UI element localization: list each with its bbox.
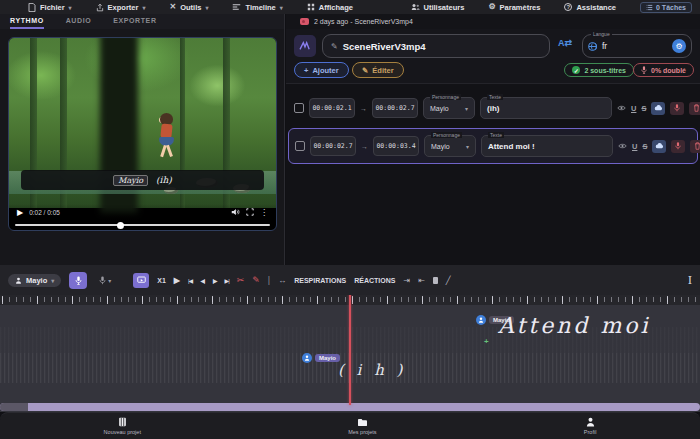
menu-fichier[interactable]: Fichier ▾: [28, 3, 72, 12]
tab-audio[interactable]: AUDIO: [66, 17, 92, 29]
speed-button[interactable]: X1: [157, 277, 166, 284]
record-mic-button[interactable]: [671, 140, 685, 153]
eye-icon[interactable]: [618, 143, 627, 149]
language-settings-button[interactable]: ⚙: [672, 39, 686, 53]
text-input[interactable]: Texte (ih): [480, 97, 612, 119]
tab-rythmo[interactable]: RYTHMO: [10, 17, 44, 29]
trash-button[interactable]: [690, 140, 700, 153]
slash-tool-icon[interactable]: ╱: [446, 276, 451, 285]
avatar: [476, 315, 486, 325]
respirations-button[interactable]: RESPIRATIONS: [294, 277, 346, 284]
eye-icon[interactable]: [617, 105, 626, 111]
character-dropdown[interactable]: Mayio ▾: [8, 274, 61, 287]
menu-affichage[interactable]: Affichage: [307, 3, 353, 12]
rythmo-text-attend-moi[interactable]: Attend moi: [498, 313, 651, 338]
tab-exporter[interactable]: EXPORTER: [113, 17, 156, 29]
subtitle-row[interactable]: 00:00:02.1 → 00:00:02.7 Personnage Mayio…: [288, 90, 698, 126]
record-button[interactable]: [69, 272, 87, 289]
nav-label: Nouveau projet: [104, 429, 141, 435]
menu-timeline[interactable]: Timeline ▾: [232, 3, 282, 12]
volume-icon[interactable]: [231, 208, 240, 216]
nav-label: Profil: [584, 429, 597, 435]
nav-mes-projets[interactable]: Mes projets: [348, 418, 376, 435]
step-back-button[interactable]: ◀|: [200, 277, 204, 284]
clip-speaker-chip[interactable]: Mayio: [302, 353, 340, 363]
skip-start-button[interactable]: |◀: [188, 277, 192, 284]
mic-source-selector[interactable]: ▾: [99, 276, 111, 285]
chevron-down-icon: ▾: [465, 105, 468, 112]
chevron-down-icon: ▾: [51, 277, 54, 284]
tasks-label: 0 Tâches: [656, 4, 686, 11]
character-value: Mayio: [430, 105, 449, 112]
text-input[interactable]: Texte Attend moi !: [481, 135, 613, 157]
trash-button[interactable]: [689, 102, 700, 115]
language-selector[interactable]: Langue fr ⚙: [582, 34, 692, 58]
waveform-brand-icon[interactable]: [294, 35, 316, 57]
snap-back-icon[interactable]: ⇤: [418, 276, 425, 285]
character-select[interactable]: Personnage Mayio ▾: [424, 135, 476, 157]
tasks-button[interactable]: 0 Tâches: [640, 2, 692, 13]
gear-icon: ⚙: [488, 3, 495, 11]
row-checkbox[interactable]: [295, 141, 305, 151]
skip-end-button[interactable]: ▶|: [225, 277, 229, 284]
play-button[interactable]: ▶: [174, 276, 180, 285]
end-time-field[interactable]: 00:00:03.4: [373, 136, 419, 156]
nav-nouveau-projet[interactable]: Nouveau projet: [104, 417, 141, 435]
menu-parametres[interactable]: ⚙ Paramètres: [488, 3, 540, 12]
edit-pencil-icon: ✎: [331, 42, 338, 51]
breadcrumb: 2 days ago - SceneRiverV3mp4: [286, 14, 700, 29]
menu-assistance[interactable]: ? Assistance: [564, 3, 616, 12]
playhead[interactable]: [349, 295, 351, 405]
timeline-icon: [232, 3, 241, 11]
stretch-button[interactable]: ↔: [278, 276, 286, 285]
text-cursor-icon[interactable]: I: [688, 274, 692, 287]
strikethrough-button[interactable]: S: [642, 142, 647, 151]
record-mic-button[interactable]: [670, 102, 684, 115]
text-field-label: Texte: [488, 132, 504, 138]
nav-profil[interactable]: Profil: [584, 417, 597, 435]
chevron-down-icon: ▾: [466, 143, 469, 150]
menu-exporter[interactable]: Exporter ▾: [96, 3, 146, 12]
reactions-button[interactable]: RÉACTIONS: [354, 277, 395, 284]
auto-scroll-button[interactable]: [133, 273, 149, 288]
underline-button[interactable]: U: [632, 142, 637, 151]
insert-plus-icon[interactable]: +: [484, 337, 489, 346]
subtitle-row-selected[interactable]: 00:00:02.7 → 00:00:03.4 Personnage Mayio…: [288, 128, 698, 164]
edit-subtitle-button[interactable]: ✎ Éditer: [352, 62, 404, 78]
draw-pen-button[interactable]: ✎: [252, 275, 260, 285]
nav-label: Mes projets: [348, 429, 376, 435]
kebab-menu-icon[interactable]: ⋮: [260, 208, 268, 217]
play-button[interactable]: ▶: [17, 208, 23, 217]
underline-button[interactable]: U: [631, 104, 636, 113]
globe-icon: [588, 42, 597, 51]
character-field-label: Personnage: [431, 132, 462, 138]
start-time-field[interactable]: 00:00:02.1: [309, 98, 355, 118]
step-forward-button[interactable]: |▶: [212, 277, 216, 284]
snap-forward-icon[interactable]: ⇥: [403, 276, 410, 285]
progress-thumb[interactable]: [117, 222, 124, 229]
block-tool-icon[interactable]: [433, 277, 438, 284]
add-subtitle-button[interactable]: + Ajouter: [294, 62, 349, 78]
fullscreen-icon[interactable]: [246, 208, 254, 216]
project-title-input[interactable]: ✎ SceneRiverV3mp4: [322, 34, 550, 58]
rythmo-timeline[interactable]: Mayio Attend moi + Mayio ( i h ): [0, 295, 700, 412]
character-select[interactable]: Personnage Mayio ▾: [423, 97, 475, 119]
start-time-field[interactable]: 00:00:02.7: [310, 136, 356, 156]
strikethrough-button[interactable]: S: [641, 104, 646, 113]
cut-scissors-button[interactable]: ✂: [237, 275, 245, 285]
translate-icon[interactable]: A⇄: [558, 38, 572, 48]
text-value: Attend moi !: [488, 142, 535, 151]
ai-voice-button[interactable]: [652, 140, 666, 153]
chevron-down-icon: ▾: [280, 4, 283, 11]
progress-bar[interactable]: [15, 224, 270, 226]
menu-outils[interactable]: ✕ Outils ▾: [169, 3, 208, 12]
ai-voice-button[interactable]: [651, 102, 665, 115]
menu-utilisateurs[interactable]: Utilisateurs: [411, 3, 465, 12]
player-controls: ▶ 0:02 / 0:05 ⋮: [9, 204, 276, 220]
row-checkbox[interactable]: [294, 103, 304, 113]
text-field-label: Texte: [487, 94, 503, 100]
list-icon: [646, 4, 653, 11]
end-time-field[interactable]: 00:00:02.7: [372, 98, 418, 118]
editor-header: ✎ SceneRiverV3mp4 A⇄ Langue fr ⚙ + Ajout…: [286, 29, 700, 84]
video-player[interactable]: Mayio (ih) ▶ 0:02 / 0:05 ⋮: [8, 37, 277, 231]
